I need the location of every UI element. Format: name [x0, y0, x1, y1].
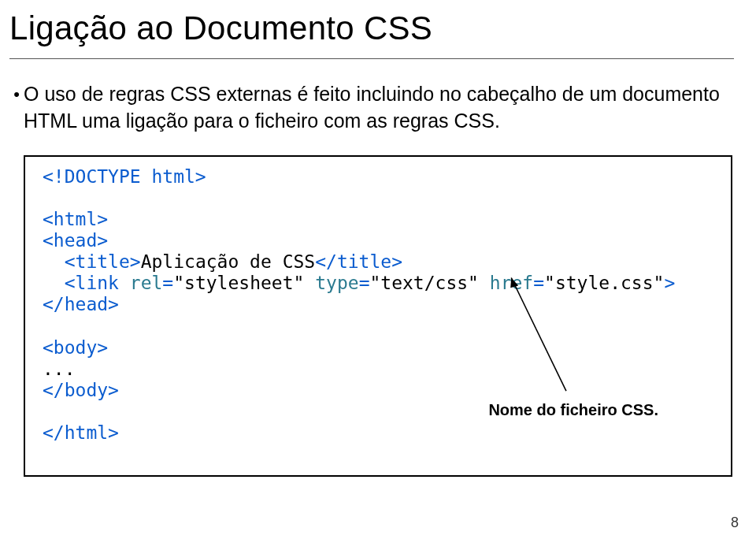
bullet-text: O uso de regras CSS externas é feito inc… [24, 81, 734, 135]
code-line-head-open: <head> [43, 230, 713, 251]
code-line-body-close: </body> [43, 380, 713, 401]
bullet-item: • O uso de regras CSS externas é feito i… [9, 81, 734, 135]
bullet-dot: • [9, 81, 24, 107]
code-line-link: <link rel="stylesheet" type="text/css" h… [43, 273, 713, 294]
code-blank [43, 315, 713, 336]
page-number: 8 [731, 515, 739, 531]
code-line-body-ellipsis: ... [43, 359, 713, 380]
code-line-html-open: <html> [43, 209, 713, 230]
title-divider [9, 58, 734, 59]
code-line-head-close: </head> [43, 294, 713, 315]
code-line-doctype: <!DOCTYPE html> [43, 166, 713, 188]
code-line-html-close: </html> [43, 422, 713, 444]
code-line-title: <title>Aplicação de CSS</title> [43, 251, 713, 273]
code-line-body-open: <body> [43, 337, 713, 359]
code-block: <!DOCTYPE html> <html> <head> <title>Apl… [24, 155, 732, 477]
slide-title: Ligação ao Documento CSS [9, 9, 734, 47]
annotation-label: Nome do ficheiro CSS. [488, 401, 658, 420]
slide: Ligação ao Documento CSS • O uso de regr… [0, 0, 756, 539]
code-blank [43, 188, 713, 209]
